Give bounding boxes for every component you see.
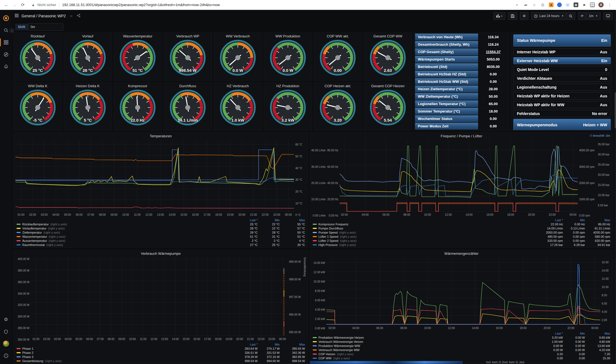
gauge-title[interactable]: Verbrauch WP: [176, 34, 199, 38]
legend-header-cell[interactable]: Last *: [227, 218, 258, 222]
legend-series-name[interactable]: COP WW (right y-axis): [313, 357, 532, 360]
legend-header-cell[interactable]: Min: [258, 218, 280, 222]
gauge-title[interactable]: Kompressor: [128, 84, 147, 88]
shift-variable-input[interactable]: [28, 23, 63, 31]
reload-button[interactable]: ⟳: [19, 1, 26, 9]
sidebar-item-dashboards[interactable]: [0, 36, 12, 48]
phone-extension-icon[interactable]: ☏: [565, 2, 570, 7]
gauge-title[interactable]: Vorlauf: [82, 34, 93, 38]
legend-series-name[interactable]: Produktion Wärmeenergie Heizen: [313, 336, 532, 339]
legend-header-cell[interactable]: Max: [280, 343, 305, 346]
side-panel-icon[interactable]: ◫: [590, 2, 595, 7]
gauge-title[interactable]: Gesamt COP Heizen: [371, 84, 405, 88]
legend-header-cell[interactable]: Max: [280, 218, 305, 222]
share-page-icon[interactable]: ➦: [523, 2, 528, 7]
browser-menu-icon[interactable]: ⋮: [607, 2, 612, 7]
legend-series-name[interactable]: Lüfter 1 Speed (right y-axis): [313, 235, 532, 238]
kiosk-mode-button[interactable]: [603, 12, 613, 20]
address-bar[interactable]: ▲ Nicht sicher | 192.168.11.51:3001/d/pa…: [28, 1, 514, 9]
legend-series-name[interactable]: COP Heizen (right y-axis): [313, 352, 532, 356]
legend-series-name[interactable]: High Pressure (right y-axis): [313, 243, 532, 247]
gauge-title[interactable]: WW Produktion: [275, 34, 300, 38]
chart-canvas[interactable]: [31, 257, 288, 338]
forward-button[interactable]: →: [11, 1, 18, 9]
legend-series-name[interactable]: Produktion Wärmeenergie WW: [313, 344, 532, 347]
sidebar-user-avatar[interactable]: [0, 338, 12, 350]
panel-title[interactable]: Verbrauch Wärmepumpe: [141, 251, 181, 256]
legend-series-name[interactable]: Phase 1: [17, 347, 227, 350]
legend-series-name[interactable]: Gesamtleistung (right y-axis): [17, 359, 227, 363]
legend-series-name[interactable]: Verbrauch Wärmeenergie WW: [313, 348, 532, 352]
legend-series-name[interactable]: Rücklauftemperatur (right y-axis): [17, 223, 227, 226]
legend-header-cell[interactable]: Max: [585, 332, 610, 335]
dashboard-settings-button[interactable]: ⚙: [520, 12, 528, 20]
time-range-picker[interactable]: Last 24 hours ▼: [531, 12, 567, 20]
google-extension-icon[interactable]: G: [540, 2, 545, 7]
page-scrollbar-thumb[interactable]: [615, 92, 616, 128]
sidebar-item-alerting[interactable]: [0, 61, 12, 73]
legend-series-name[interactable]: Wassertemperatur (right y-axis): [17, 235, 227, 238]
zoom-out-time-button[interactable]: [566, 12, 575, 20]
sidebar-item-help[interactable]: ?: [0, 350, 12, 362]
legend-series-name[interactable]: Verbrauch Wärmeenergie Heizen: [313, 340, 532, 343]
sidebar-item-server-admin[interactable]: [0, 325, 12, 338]
gauge-title[interactable]: Gesamt COP WW: [374, 34, 402, 38]
legend-series-name[interactable]: Vorlauftemperatur (right y-axis): [17, 227, 227, 230]
refresh-button[interactable]: ⟳: [578, 12, 586, 20]
grafana-logo[interactable]: [0, 12, 12, 24]
qr-extension-icon[interactable]: ▦: [574, 2, 578, 7]
legend-series-name[interactable]: Zieltemperatur (right y-axis): [17, 231, 227, 234]
timeshift-tag[interactable]: ⏱ timeshift -0m: [590, 134, 610, 138]
sidebar-item-configuration[interactable]: ⚙: [0, 313, 12, 325]
legend-series-name[interactable]: Lüfter 2 Speed (right y-axis): [313, 239, 532, 242]
chart-canvas[interactable]: [326, 257, 600, 327]
gauge-title[interactable]: WW Delta K: [28, 84, 47, 88]
legend-series-name[interactable]: Phase 3: [17, 355, 227, 358]
legend-series-name[interactable]: Phase 2: [17, 351, 227, 354]
gauge-title[interactable]: Wassertemperatur: [123, 34, 152, 38]
back-button[interactable]: ←: [3, 1, 10, 9]
gauge-title[interactable]: COP Heizen akt.: [325, 84, 351, 88]
favorite-star-icon[interactable]: ☆: [70, 14, 73, 18]
sidebar-expand-arrow[interactable]: ›: [9, 28, 14, 33]
sidebar-item-explore[interactable]: [0, 48, 12, 61]
browser-profile-avatar[interactable]: A: [598, 2, 604, 7]
gauge-title[interactable]: Heizen Delta K: [76, 84, 100, 88]
gauge-title[interactable]: Durchfluss: [179, 84, 196, 88]
page-scrollbar[interactable]: [615, 10, 616, 364]
amazon-extension-icon[interactable]: a: [549, 2, 554, 7]
panel-title[interactable]: Frequenz / Pumpe / Lüfter: [441, 134, 482, 138]
legend-series-name[interactable]: Pumpe Speed (right y-axis): [313, 231, 532, 234]
search-page-icon[interactable]: ⌕: [515, 2, 520, 7]
gauge-title[interactable]: HZ Produktion: [276, 84, 299, 88]
legend-header-cell[interactable]: Last *: [227, 343, 258, 346]
gauge-title[interactable]: HZ Verbrauch: [227, 84, 249, 88]
stat-value[interactable]: 11554.37: [479, 48, 508, 55]
legend-series-name[interactable]: Raumthermostat (right y-axis): [17, 243, 227, 247]
panel-title[interactable]: Temperaturen: [150, 134, 172, 138]
legend-series-name[interactable]: Aussentemperatur (right y-axis): [17, 239, 227, 242]
legend-header-cell[interactable]: Min: [258, 343, 280, 346]
refresh-interval-dropdown[interactable]: 1m ▼: [586, 12, 601, 20]
gauge-title[interactable]: WW Verbrauch: [226, 34, 250, 38]
chart-canvas[interactable]: [340, 140, 578, 213]
legend-header-cell[interactable]: Max: [585, 218, 610, 222]
breadcrumb[interactable]: General / Panasonic WP2: [21, 14, 66, 18]
add-panel-button[interactable]: +: [494, 12, 505, 20]
extensions-puzzle-icon[interactable]: ■: [582, 2, 587, 7]
legend-series-name[interactable]: Pumpe Durchfluss: [313, 227, 532, 230]
legend-series-name[interactable]: Kompressor Frequenz: [313, 223, 532, 226]
url-text[interactable]: 192.168.11.51:3001/d/panasonicwp2/panaso…: [62, 3, 220, 7]
legend-header-cell[interactable]: Last *: [532, 218, 563, 222]
gauge-title[interactable]: COP WW akt.: [327, 34, 349, 38]
share-dashboard-icon[interactable]: [77, 14, 80, 18]
chart-canvas[interactable]: [15, 140, 294, 213]
legend-header-cell[interactable]: Last *: [532, 332, 563, 335]
panel-title[interactable]: Wärmemengenzähler: [444, 251, 478, 256]
bookmark-star-icon[interactable]: ☆: [532, 2, 537, 7]
save-dashboard-button[interactable]: [508, 12, 517, 20]
gauge-title[interactable]: Rücklauf: [31, 34, 45, 38]
legend-header-cell[interactable]: Min: [563, 332, 585, 335]
legend-header-cell[interactable]: Min: [563, 218, 585, 222]
blue-extension-icon[interactable]: [557, 2, 562, 7]
